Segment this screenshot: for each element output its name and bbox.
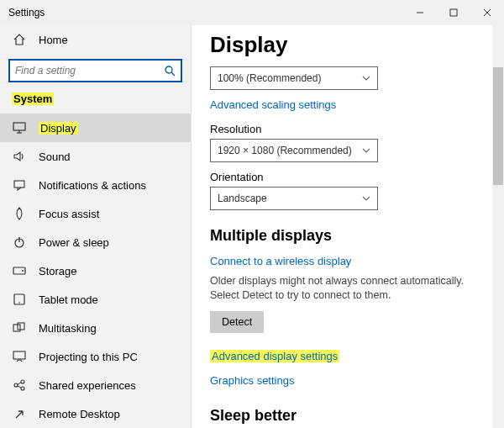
sleep-better-heading: Sleep better	[210, 407, 486, 425]
sidebar-item-notifications[interactable]: Notifications & actions	[0, 171, 191, 199]
svg-point-4	[165, 66, 172, 73]
resolution-combobox[interactable]: 1920 × 1080 (Recommended)	[210, 139, 378, 162]
remote-desktop-icon	[12, 408, 27, 420]
sidebar-item-label: Focus assist	[39, 208, 99, 220]
sidebar-item-projecting[interactable]: Projecting to this PC	[0, 342, 191, 371]
orientation-label: Orientation	[210, 171, 486, 183]
sidebar-item-label: Display	[39, 122, 78, 135]
sidebar-item-storage[interactable]: Storage	[0, 256, 191, 285]
detect-button[interactable]: Detect	[210, 311, 264, 333]
close-icon	[483, 8, 491, 17]
minimize-button[interactable]	[403, 0, 437, 25]
home-nav[interactable]: Home	[0, 25, 191, 54]
sidebar-item-label: Power & sleep	[39, 236, 109, 249]
svg-rect-17	[18, 323, 24, 330]
sidebar-item-label: Notifications & actions	[39, 179, 146, 192]
svg-rect-1	[450, 9, 457, 16]
scale-value: 100% (Recommended)	[218, 72, 321, 84]
search-field[interactable]	[15, 65, 165, 77]
window-controls	[403, 0, 504, 25]
orientation-combobox[interactable]: Landscape	[210, 187, 378, 210]
display-icon	[12, 122, 27, 134]
sidebar-item-multitasking[interactable]: Multitasking	[0, 314, 191, 342]
svg-line-5	[171, 72, 175, 76]
sidebar-item-label: Tablet mode	[39, 293, 98, 306]
scale-combobox[interactable]: 100% (Recommended)	[210, 66, 378, 90]
svg-point-21	[21, 387, 24, 390]
sidebar-item-power-sleep[interactable]: Power & sleep	[0, 228, 191, 256]
svg-point-19	[14, 383, 18, 387]
sidebar-item-focus-assist[interactable]: Focus assist	[0, 199, 191, 228]
sidebar-item-sound[interactable]: Sound	[0, 142, 191, 171]
graphics-settings-link[interactable]: Graphics settings	[210, 374, 294, 387]
connect-wireless-display-link[interactable]: Connect to a wireless display	[210, 255, 351, 267]
sidebar-item-label: Projecting to this PC	[39, 351, 138, 363]
svg-point-15	[18, 302, 20, 304]
sidebar-item-label: Shared experiences	[39, 379, 136, 392]
svg-line-22	[18, 383, 21, 384]
svg-rect-16	[13, 325, 20, 331]
svg-rect-6	[13, 123, 25, 130]
multi-display-text: Older displays might not always connect …	[210, 274, 486, 303]
sidebar: Home System Display Sound	[0, 25, 192, 428]
focus-assist-icon	[12, 207, 27, 220]
titlebar: Settings	[0, 0, 504, 25]
maximize-icon	[449, 8, 458, 17]
svg-rect-9	[14, 181, 24, 188]
content-panel: Display 100% (Recommended) Advanced scal…	[192, 25, 504, 428]
scrollbar-thumb[interactable]	[493, 67, 503, 185]
storage-icon	[12, 267, 27, 275]
sidebar-item-display[interactable]: Display	[0, 114, 191, 142]
home-label: Home	[39, 34, 68, 46]
svg-point-13	[22, 270, 24, 272]
home-icon	[12, 33, 27, 46]
chevron-down-icon	[362, 148, 370, 153]
search-input[interactable]	[8, 59, 182, 82]
sidebar-section-heading: System	[0, 91, 191, 114]
sidebar-item-label: Multitasking	[39, 322, 97, 335]
multiple-displays-heading: Multiple displays	[210, 227, 486, 245]
resolution-value: 1920 × 1080 (Recommended)	[218, 145, 352, 156]
window-title: Settings	[8, 7, 403, 18]
orientation-value: Landscape	[218, 193, 267, 204]
sidebar-item-label: Storage	[39, 265, 77, 277]
chevron-down-icon	[362, 76, 370, 81]
shared-icon	[12, 379, 27, 391]
close-button[interactable]	[470, 0, 504, 25]
maximize-button[interactable]	[437, 0, 470, 25]
tablet-icon	[12, 293, 27, 305]
projecting-icon	[12, 351, 27, 362]
page-title: Display	[210, 32, 486, 58]
advanced-scaling-link[interactable]: Advanced scaling settings	[210, 98, 336, 111]
advanced-display-settings-link[interactable]: Advanced display settings	[210, 350, 339, 362]
search-icon	[165, 66, 176, 77]
resolution-label: Resolution	[210, 123, 486, 135]
sidebar-item-label: Remote Desktop	[39, 408, 120, 420]
svg-point-20	[21, 380, 24, 383]
sound-icon	[12, 151, 27, 162]
sidebar-item-label: Sound	[39, 151, 71, 163]
sidebar-item-tablet-mode[interactable]: Tablet mode	[0, 285, 191, 314]
notifications-icon	[12, 179, 27, 191]
chevron-down-icon	[362, 196, 370, 201]
minimize-icon	[416, 8, 424, 17]
svg-line-23	[18, 386, 21, 388]
svg-rect-18	[13, 351, 25, 359]
multitasking-icon	[12, 322, 27, 334]
sidebar-item-shared-experiences[interactable]: Shared experiences	[0, 371, 191, 399]
vertical-scrollbar[interactable]	[492, 25, 504, 428]
power-icon	[12, 235, 27, 249]
sidebar-item-remote-desktop[interactable]: Remote Desktop	[0, 399, 191, 428]
